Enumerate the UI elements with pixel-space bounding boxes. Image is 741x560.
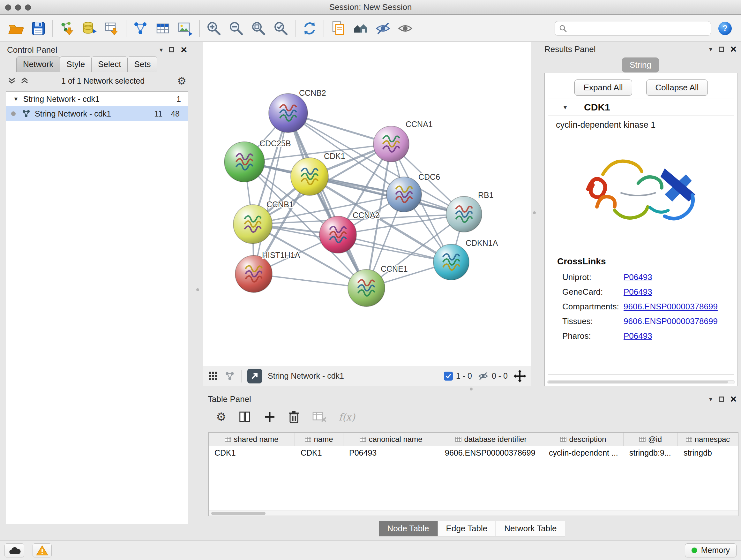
minimize-window-button[interactable] [15,4,21,10]
node-CCNA2[interactable] [320,216,356,253]
crosslink-genecard-link[interactable]: P06493 [623,287,652,297]
node-CCNA1[interactable] [374,126,409,162]
import-network-file-button[interactable] [59,20,75,37]
network-table-button[interactable] [154,20,171,37]
section-collapse-icon[interactable]: ▾ [563,104,567,111]
float-panel-icon[interactable] [169,47,174,52]
import-network-database-button[interactable] [81,20,98,37]
node-RB1[interactable] [446,196,482,232]
show-all-button[interactable] [397,20,414,37]
crosslink-pharos-link[interactable]: P06493 [623,331,652,341]
node-CDK1[interactable] [291,158,328,195]
crosslink-tissues-link[interactable]: 9606.ENSP00000378699 [623,316,718,326]
zoom-out-button[interactable] [228,20,245,37]
cloud-status-button[interactable] [4,543,24,557]
horizontal-splitter-handle[interactable] [470,388,473,390]
expand-all-button[interactable]: Expand All [575,79,632,96]
tree-expander-icon[interactable]: ▼ [13,96,19,103]
add-column-icon[interactable] [263,411,276,423]
birds-eye-view-button[interactable] [247,369,262,383]
expand-all-icon[interactable] [20,77,29,84]
open-session-button[interactable] [8,20,24,37]
column-header[interactable]: canonical name [343,433,439,446]
column-icon [225,437,231,442]
node-CDC25B[interactable] [224,142,265,182]
tab-network[interactable]: Network [16,57,60,72]
column-header[interactable]: namespac [678,433,738,446]
panel-menu-icon[interactable]: ▾ [709,46,712,52]
collapse-all-button[interactable]: Collapse All [646,79,708,96]
edge-CCNB2-HIST1H1A[interactable] [254,113,288,274]
gear-icon[interactable]: ⚙ [177,76,186,86]
column-header[interactable]: name [295,433,343,446]
results-horizontal-scrollbar[interactable] [547,380,735,384]
table-panel-title: Table Panel [208,394,251,404]
import-table-button[interactable] [104,20,120,37]
tab-network-table[interactable]: Network Table [495,521,565,537]
node-CCNE1[interactable] [348,269,385,307]
node-CDKN1A[interactable] [433,244,469,280]
table-settings-gear-icon[interactable]: ⚙ [216,411,226,423]
hidden-eye-slash-icon[interactable] [478,371,488,381]
apply-layout-button[interactable] [301,20,318,37]
node-CCNB1[interactable] [233,205,272,244]
column-header[interactable]: description [543,433,623,446]
save-session-button[interactable] [30,20,47,37]
copy-document-button[interactable] [330,20,347,37]
close-panel-icon[interactable]: × [181,45,187,54]
memory-button[interactable]: Memory [685,543,737,557]
search-box [555,21,711,36]
delete-column-icon[interactable] [287,410,300,424]
hide-selected-button[interactable] [375,20,391,37]
column-header[interactable]: shared name [209,433,295,446]
close-window-button[interactable] [5,4,11,10]
search-input[interactable] [569,24,707,33]
function-builder-icon[interactable]: f(x) [339,412,355,423]
show-columns-icon[interactable] [238,410,252,424]
network-canvas[interactable]: CCNB2CCNA1CDC25BCDK1CDC6RB1CCNB1CCNA2CDK… [203,42,531,366]
string-results-card: Expand All Collapse All ▾ CDK1 cyclin-de… [544,73,738,386]
home-button[interactable] [352,20,369,37]
grid-view-icon[interactable] [208,371,219,381]
warning-status-button[interactable] [32,543,52,557]
close-panel-icon[interactable]: × [730,395,737,403]
table-row[interactable]: CDK1 CDK1 P06493 9606.ENSP00000378699 cy… [209,446,738,459]
collapse-all-icon[interactable] [8,77,16,84]
node-HIST1H1A[interactable] [235,255,272,293]
node-CDC6[interactable] [387,177,421,212]
help-button[interactable]: ? [717,20,733,37]
zoom-window-button[interactable] [25,4,31,10]
table-horizontal-scrollbar[interactable] [209,510,738,516]
edge-CCNB2-CCNE1[interactable] [288,113,366,288]
panel-menu-icon[interactable]: ▾ [159,47,163,53]
tab-style[interactable]: Style [60,57,91,72]
float-panel-icon[interactable] [719,47,724,52]
pan-move-icon[interactable] [514,370,526,382]
tab-select[interactable]: Select [91,57,128,72]
column-header[interactable]: database identifier [439,433,543,446]
tab-sets[interactable]: Sets [127,57,157,72]
vertical-splitter-handle[interactable] [196,288,199,291]
zoom-selected-button[interactable] [273,20,289,37]
column-header[interactable]: @id [623,433,678,446]
crosslink-uniprot-link[interactable]: P06493 [623,272,652,282]
network-share-icon[interactable] [224,371,235,381]
selected-checkbox[interactable] [444,372,453,381]
float-panel-icon[interactable] [719,396,724,401]
export-image-button[interactable] [177,20,193,37]
network-collection-row[interactable]: ▼ String Network - cdk1 1 [6,91,188,106]
zoom-in-button[interactable] [205,20,222,37]
panel-menu-icon[interactable]: ▾ [709,396,712,402]
crosslink-compartments-link[interactable]: 9606.ENSP00000378699 [623,302,718,312]
vertical-splitter-handle[interactable] [533,211,536,214]
tab-string[interactable]: String [622,57,659,72]
tab-edge-table[interactable]: Edge Table [437,521,496,537]
zoom-fit-button[interactable] [250,20,267,37]
node-CCNB2[interactable] [269,94,308,132]
tab-node-table[interactable]: Node Table [379,521,438,537]
new-network-button[interactable] [132,20,149,37]
close-panel-icon[interactable]: × [730,45,737,53]
delete-table-icon[interactable] [312,411,327,423]
network-row[interactable]: String Network - cdk1 11 48 [6,106,188,121]
column-label: description [569,435,606,444]
